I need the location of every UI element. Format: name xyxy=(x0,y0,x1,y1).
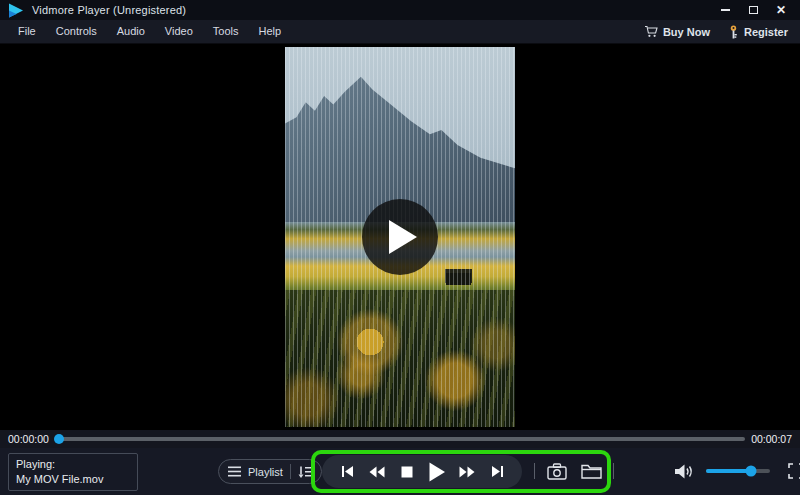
menu-tools[interactable]: Tools xyxy=(203,20,249,43)
menu-controls[interactable]: Controls xyxy=(46,20,107,43)
play-circle-icon xyxy=(387,219,419,255)
frame-corners-icon xyxy=(787,462,800,480)
stop-icon xyxy=(401,466,413,478)
seek-track xyxy=(55,437,745,441)
menu-video[interactable]: Video xyxy=(155,20,203,43)
app-logo-icon xyxy=(8,3,24,18)
separator xyxy=(534,463,535,479)
fast-forward-icon xyxy=(459,466,475,478)
rewind-button[interactable] xyxy=(366,461,388,483)
playlist-divider xyxy=(290,464,291,479)
menubar-right: Buy Now Register xyxy=(644,25,792,39)
now-playing-box: Playing: My MOV File.mov xyxy=(8,453,138,491)
key-icon xyxy=(728,25,739,39)
volume-slider[interactable] xyxy=(706,465,770,477)
capture-group xyxy=(534,457,614,485)
video-frame[interactable] xyxy=(285,47,515,427)
stop-button[interactable] xyxy=(396,461,418,483)
control-bar: Playing: My MOV File.mov Playlist xyxy=(0,448,800,495)
sort-icon[interactable] xyxy=(298,466,312,478)
app-window: Vidmore Player (Unregistered) ✕ File Con… xyxy=(0,0,800,495)
now-playing-label: Playing: xyxy=(16,458,130,471)
rewind-icon xyxy=(369,466,385,478)
play-overlay-button[interactable] xyxy=(362,199,438,275)
volume-group xyxy=(672,457,800,485)
mute-button[interactable] xyxy=(672,459,696,483)
play-button[interactable] xyxy=(426,461,448,483)
volume-fill xyxy=(706,469,751,473)
separator xyxy=(613,463,614,479)
transport-controls xyxy=(322,455,522,488)
menubar: File Controls Audio Video Tools Help Buy… xyxy=(0,20,800,44)
menu-audio[interactable]: Audio xyxy=(107,20,155,43)
maximize-icon xyxy=(749,6,758,14)
buy-now-label: Buy Now xyxy=(663,26,710,38)
play-icon xyxy=(428,462,446,482)
cart-icon xyxy=(644,25,658,38)
total-time: 00:00:07 xyxy=(751,433,792,445)
register-label: Register xyxy=(744,26,788,38)
close-icon: ✕ xyxy=(776,4,786,16)
window-title: Vidmore Player (Unregistered) xyxy=(32,4,186,16)
maximize-button[interactable] xyxy=(746,3,760,17)
snapshot-button[interactable] xyxy=(545,459,569,483)
playlist-button[interactable]: Playlist xyxy=(218,459,322,484)
volume-handle[interactable] xyxy=(745,466,756,477)
seek-bar[interactable] xyxy=(55,434,745,444)
menu-file[interactable]: File xyxy=(8,20,46,43)
close-button[interactable]: ✕ xyxy=(774,3,788,17)
seek-row: 00:00:00 00:00:07 xyxy=(0,430,800,448)
folder-icon xyxy=(581,463,602,479)
now-playing-filename: My MOV File.mov xyxy=(16,473,130,486)
buy-now-button[interactable]: Buy Now xyxy=(644,25,710,38)
fast-forward-button[interactable] xyxy=(456,461,478,483)
previous-button[interactable] xyxy=(336,461,358,483)
seek-handle[interactable] xyxy=(54,434,64,444)
previous-icon xyxy=(341,465,354,478)
minimize-icon xyxy=(721,9,730,11)
next-button[interactable] xyxy=(486,461,508,483)
menu-help[interactable]: Help xyxy=(248,20,291,43)
fullscreen-button[interactable] xyxy=(784,459,800,483)
minimize-button[interactable] xyxy=(718,3,732,17)
elapsed-time: 00:00:00 xyxy=(8,433,49,445)
camera-icon xyxy=(547,463,567,480)
window-controls: ✕ xyxy=(718,3,794,17)
playlist-label: Playlist xyxy=(248,466,283,478)
video-stage[interactable] xyxy=(0,44,800,430)
register-button[interactable]: Register xyxy=(728,25,788,39)
titlebar: Vidmore Player (Unregistered) ✕ xyxy=(0,0,800,20)
open-file-button[interactable] xyxy=(579,459,603,483)
next-icon xyxy=(491,465,504,478)
speaker-icon xyxy=(674,463,694,480)
list-icon xyxy=(228,466,241,477)
